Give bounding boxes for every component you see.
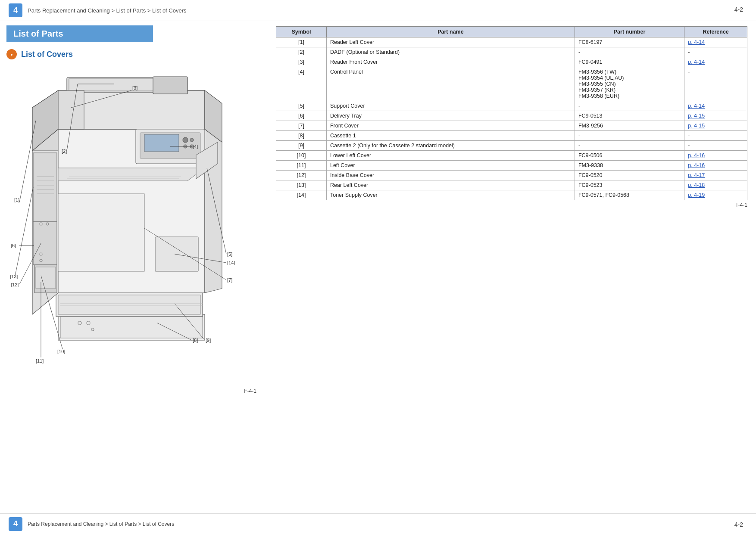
cell-part-name: Cassette 1 [326,131,575,141]
cell-symbol: [14] [276,190,327,200]
cell-reference: p. 4-18 [684,180,747,190]
cell-reference: p. 4-14 [684,101,747,111]
svg-text:[6]: [6] [11,243,16,248]
svg-point-20 [183,137,188,143]
svg-text:[10]: [10] [57,349,65,354]
cell-reference: p. 4-14 [684,37,747,47]
cell-reference: p. 4-14 [684,57,747,67]
col-part-number: Part number [575,27,684,37]
cell-reference: - [684,67,747,101]
printer-diagram: [1] [2] [3] [4] [5] [6] [7] [6,65,256,400]
cell-symbol: [11] [276,161,327,171]
cell-part-name: Front Cover [326,121,575,131]
header: 4 Parts Replacement and Cleaning > List … [0,0,756,21]
chapter-badge: 4 [9,3,22,17]
cell-part-name: Reader Front Cover [326,57,575,67]
right-panel: Symbol Part name Part number Reference [… [267,21,756,405]
table-row: [14]Toner Supply CoverFC9-0571, FC9-0568… [276,190,747,200]
svg-text:[9]: [9] [206,338,211,343]
cell-symbol: [5] [276,101,327,111]
cell-reference: p. 4-16 [684,161,747,171]
footer-breadcrumb: Parts Replacement and Cleaning > List of… [28,521,174,527]
table-row: [8]Cassette 1-- [276,131,747,141]
table-row: [13]Rear Left CoverFC9-0523p. 4-18 [276,180,747,190]
parts-table: Symbol Part name Part number Reference [… [276,26,747,200]
cell-reference: p. 4-17 [684,171,747,180]
reference-link[interactable]: p. 4-14 [688,39,705,45]
col-reference: Reference [684,27,747,37]
table-row: [4]Control PanelFM3-9356 (TW) FM3-9354 (… [276,67,747,101]
col-part-name: Part name [326,27,575,37]
left-panel: List of Parts ● List of Covers [0,21,267,405]
page-number-top: 4-2 [734,6,743,13]
cell-part-number: - [575,141,684,151]
cell-symbol: [10] [276,151,327,161]
cell-part-name: Inside Base Cover [326,171,575,180]
cell-reference: - [684,141,747,151]
svg-text:[13]: [13] [10,274,18,279]
svg-text:[8]: [8] [193,338,198,343]
cell-part-number: FC9-0571, FC9-0568 [575,190,684,200]
table-row: [10]Lower Left CoverFC9-0506p. 4-16 [276,151,747,161]
cell-symbol: [8] [276,131,327,141]
reference-link[interactable]: p. 4-18 [688,182,705,188]
cell-reference: p. 4-15 [684,121,747,131]
cell-symbol: [13] [276,180,327,190]
col-symbol: Symbol [276,27,327,37]
reference-link[interactable]: p. 4-15 [688,123,705,129]
reference-link[interactable]: p. 4-15 [688,113,705,119]
cell-part-number: - [575,131,684,141]
cell-part-number: FM3-9356 (TW) FM3-9354 (UL,AU) FM3-9355 … [575,67,684,101]
page-number-bottom: 4-2 [734,521,743,528]
svg-rect-33 [155,237,198,271]
svg-text:[7]: [7] [227,277,232,283]
cell-symbol: [7] [276,121,327,131]
footer-chapter-badge: 4 [9,517,22,531]
cell-part-name: Left Cover [326,161,575,171]
table-row: [2]DADF (Optional or Standard)-- [276,47,747,57]
cell-symbol: [9] [276,141,327,151]
table-note: T-4-1 [276,202,747,208]
reference-link[interactable]: p. 4-19 [688,192,705,198]
cell-part-name: Cassette 2 (Only for the Cassette 2 stan… [326,141,575,151]
table-row: [12]Inside Base CoverFC9-0520p. 4-17 [276,171,747,180]
svg-rect-28 [33,153,57,222]
cell-part-number: FM3-9338 [575,161,684,171]
cell-part-number: FC9-0491 [575,57,684,67]
cell-symbol: [3] [276,57,327,67]
svg-text:[3]: [3] [132,85,137,90]
cell-symbol: [6] [276,111,327,121]
svg-text:[1]: [1] [14,197,19,202]
list-of-covers-row: ● List of Covers [6,49,261,59]
reference-link[interactable]: p. 4-16 [688,152,705,158]
cell-symbol: [1] [276,37,327,47]
svg-marker-25 [58,168,205,181]
main-content: List of Parts ● List of Covers [0,21,756,405]
svg-rect-5 [58,295,200,314]
orange-circle-icon: ● [6,49,17,59]
cell-reference: p. 4-19 [684,190,747,200]
cell-reference: - [684,47,747,57]
cell-part-number: - [575,47,684,57]
cell-part-number: FC9-0506 [575,151,684,161]
svg-rect-15 [69,79,159,91]
reference-link[interactable]: p. 4-14 [688,59,705,65]
reference-link[interactable]: p. 4-16 [688,162,705,168]
cell-part-name: DADF (Optional or Standard) [326,47,575,57]
cell-part-name: Rear Left Cover [326,180,575,190]
svg-rect-29 [33,222,57,265]
cell-part-name: Support Cover [326,101,575,111]
svg-point-21 [190,138,194,142]
table-row: [11]Left CoverFM3-9338p. 4-16 [276,161,747,171]
svg-rect-19 [144,134,179,152]
reference-link[interactable]: p. 4-17 [688,172,705,178]
table-row: [6]Delivery TrayFC9-0513p. 4-15 [276,111,747,121]
cell-part-number: FC9-0520 [575,171,684,180]
svg-text:[2]: [2] [62,149,67,154]
table-row: [3]Reader Front CoverFC9-0491p. 4-14 [276,57,747,67]
svg-text:[11]: [11] [36,358,44,363]
figure-note: F-4-1 [6,388,256,394]
table-row: [5]Support Cover-p. 4-14 [276,101,747,111]
reference-link[interactable]: p. 4-14 [688,103,705,109]
svg-rect-31 [36,267,56,289]
